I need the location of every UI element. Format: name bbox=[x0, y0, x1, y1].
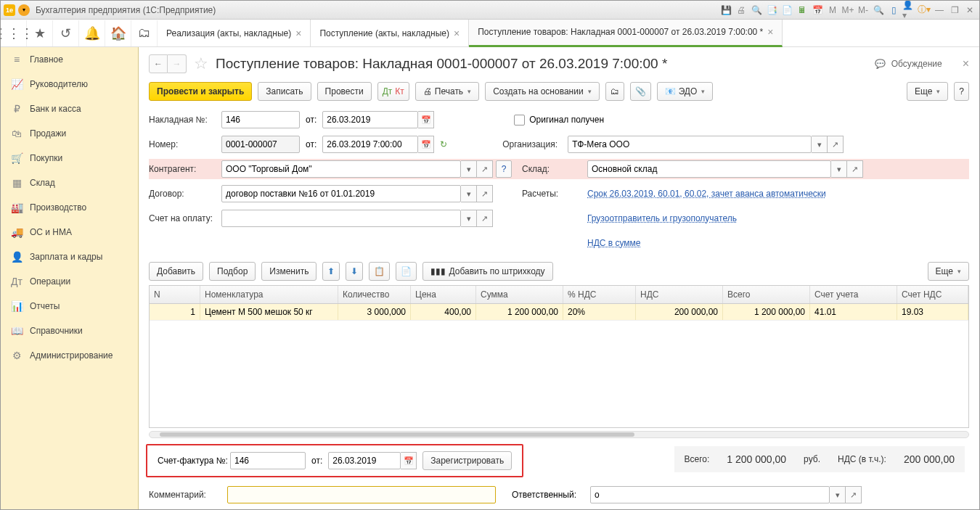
close-icon[interactable]: × bbox=[454, 28, 460, 39]
contract-input[interactable] bbox=[221, 185, 461, 202]
copy-button[interactable]: 📋 bbox=[369, 262, 390, 281]
save-button[interactable]: Записать bbox=[258, 82, 311, 101]
post-button[interactable]: Провести bbox=[317, 82, 372, 101]
calendar-picker-icon[interactable]: 📅 bbox=[418, 111, 434, 128]
user-icon[interactable]: 👤▾ bbox=[902, 4, 915, 17]
sidebar-item-admin[interactable]: ⚙Администрирование bbox=[1, 343, 138, 368]
sidebar-item-production[interactable]: 🏭Производство bbox=[1, 195, 138, 220]
col-total[interactable]: Всего bbox=[723, 286, 810, 303]
calendar-picker-icon[interactable]: 📅 bbox=[401, 452, 417, 469]
sidebar-item-main[interactable]: ≡Главное bbox=[1, 47, 138, 72]
tab-2[interactable]: Поступление товаров: Накладная 0001-0000… bbox=[469, 20, 783, 47]
print-button[interactable]: 🖨 Печать bbox=[415, 82, 479, 101]
home-icon[interactable]: 🏠 bbox=[105, 20, 131, 46]
invoice-date-input[interactable] bbox=[322, 111, 418, 128]
restore-icon[interactable]: ❐ bbox=[948, 4, 961, 17]
table-more-button[interactable]: Еще bbox=[928, 262, 969, 281]
back-button[interactable]: ← bbox=[149, 54, 168, 73]
pane-icon[interactable]: ▯ bbox=[887, 4, 900, 17]
compare-icon[interactable]: 📑 bbox=[765, 4, 778, 17]
edit-button[interactable]: Изменить bbox=[261, 262, 317, 281]
print-icon[interactable]: 🖨 bbox=[735, 4, 748, 17]
m-icon[interactable]: M bbox=[826, 4, 839, 17]
calendar-picker-icon[interactable]: 📅 bbox=[418, 136, 434, 153]
col-sum[interactable]: Сумма bbox=[476, 286, 563, 303]
create-based-button[interactable]: Создать на основании bbox=[485, 82, 600, 101]
close-icon[interactable]: × bbox=[295, 28, 301, 39]
comment-input[interactable] bbox=[227, 486, 496, 503]
register-button[interactable]: Зарегистрировать bbox=[422, 451, 512, 470]
tab-0[interactable]: Реализация (акты, накладные)× bbox=[158, 20, 311, 47]
dtkt-button[interactable]: ДтКт bbox=[377, 82, 409, 101]
shipper-link[interactable]: Грузоотправитель и грузополучатель bbox=[587, 213, 737, 223]
barcode-button[interactable]: ▮▮▮ Добавить по штрихкоду bbox=[422, 262, 552, 281]
sidebar-item-operations[interactable]: ДтОперации bbox=[1, 269, 138, 294]
doc-icon[interactable]: 📄 bbox=[780, 4, 793, 17]
help-button[interactable]: ? bbox=[954, 82, 969, 101]
number-input[interactable] bbox=[221, 136, 300, 153]
dropdown-icon[interactable]: ▾ bbox=[831, 160, 847, 178]
open-icon[interactable]: ↗ bbox=[477, 160, 493, 178]
add-button[interactable]: Добавить bbox=[149, 262, 203, 281]
paste-button[interactable]: 📄 bbox=[396, 262, 417, 281]
discuss-link[interactable]: Обсуждение bbox=[891, 59, 942, 69]
horizontal-scrollbar[interactable] bbox=[149, 431, 969, 438]
save-icon[interactable]: 💾 bbox=[719, 4, 732, 17]
open-icon[interactable]: ↗ bbox=[846, 486, 862, 503]
calc-link[interactable]: Срок 26.03.2019, 60.01, 60.02, зачет ава… bbox=[587, 189, 826, 199]
open-icon[interactable]: ↗ bbox=[477, 210, 493, 227]
attach-button[interactable]: 📎 bbox=[630, 82, 651, 101]
close-icon[interactable]: × bbox=[767, 26, 773, 38]
resp-input[interactable] bbox=[590, 486, 830, 503]
move-down-button[interactable]: ⬇ bbox=[346, 262, 363, 281]
col-vatacct[interactable]: Счет НДС bbox=[897, 286, 968, 303]
edo-button[interactable]: 📧 ЭДО bbox=[657, 82, 714, 101]
info-icon[interactable]: ⓘ▾ bbox=[918, 4, 931, 17]
dropdown-icon[interactable]: ▾ bbox=[461, 160, 477, 178]
refresh-icon[interactable]: ↻ bbox=[440, 139, 447, 149]
favorite-icon[interactable]: ☆ bbox=[194, 54, 208, 73]
related-docs-button[interactable]: 🗂 bbox=[605, 82, 624, 101]
sidebar-item-assets[interactable]: 🚚ОС и НМА bbox=[1, 220, 138, 244]
sidebar-item-warehouse[interactable]: ▦Склад bbox=[1, 170, 138, 195]
bill-input[interactable] bbox=[221, 210, 461, 227]
bell-icon[interactable]: 🔔 bbox=[79, 20, 105, 46]
open-icon[interactable]: ↗ bbox=[828, 136, 844, 153]
open-icon[interactable]: ↗ bbox=[477, 185, 493, 202]
sidebar-item-hr[interactable]: 👤Зарплата и кадры bbox=[1, 244, 138, 269]
m-minus-icon[interactable]: M- bbox=[857, 4, 870, 17]
dropdown-icon[interactable]: ▾ bbox=[461, 210, 477, 227]
counterparty-input[interactable] bbox=[221, 160, 461, 178]
sidebar-item-sales[interactable]: 🛍Продажи bbox=[1, 121, 138, 146]
invoice-no-input[interactable] bbox=[221, 111, 300, 128]
col-price[interactable]: Цена bbox=[411, 286, 476, 303]
col-vat[interactable]: НДС bbox=[636, 286, 723, 303]
zoom-icon[interactable]: 🔍 bbox=[872, 4, 885, 17]
open-icon[interactable]: ↗ bbox=[847, 160, 863, 178]
minimize-icon[interactable]: — bbox=[933, 4, 946, 17]
close-window-icon[interactable]: ✕ bbox=[963, 4, 976, 17]
warehouse-input[interactable] bbox=[587, 160, 831, 178]
tab-1[interactable]: Поступление (акты, накладные)× bbox=[311, 20, 469, 47]
col-n[interactable]: N bbox=[150, 286, 200, 303]
dropdown-icon[interactable]: ▾ bbox=[461, 185, 477, 202]
number-date-input[interactable] bbox=[322, 136, 418, 153]
app-menu-icon[interactable]: ▾ bbox=[18, 4, 30, 16]
sidebar-item-reports[interactable]: 📊Отчеты bbox=[1, 294, 138, 318]
org-input[interactable] bbox=[568, 136, 812, 153]
col-acct[interactable]: Счет учета bbox=[810, 286, 897, 303]
sidebar-item-bank[interactable]: ₽Банк и касса bbox=[1, 96, 138, 121]
m-plus-icon[interactable]: M+ bbox=[841, 4, 854, 17]
invoice-sf-date[interactable] bbox=[328, 452, 401, 469]
pick-button[interactable]: Подбор bbox=[209, 262, 256, 281]
sidebar-item-manager[interactable]: 📈Руководителю bbox=[1, 72, 138, 96]
help-icon[interactable]: ? bbox=[496, 160, 512, 178]
col-qty[interactable]: Количество bbox=[338, 286, 411, 303]
windows-icon[interactable]: 🗂 bbox=[131, 20, 158, 46]
star-nav-icon[interactable]: ★ bbox=[27, 20, 53, 46]
sidebar-item-refs[interactable]: 📖Справочники bbox=[1, 318, 138, 343]
table-row[interactable]: 1 Цемент М 500 мешок 50 кг 3 000,000 400… bbox=[150, 304, 968, 321]
calc-icon[interactable]: 🖩 bbox=[796, 4, 809, 17]
close-doc-icon[interactable]: × bbox=[963, 57, 969, 70]
col-name[interactable]: Номенклатура bbox=[200, 286, 338, 303]
